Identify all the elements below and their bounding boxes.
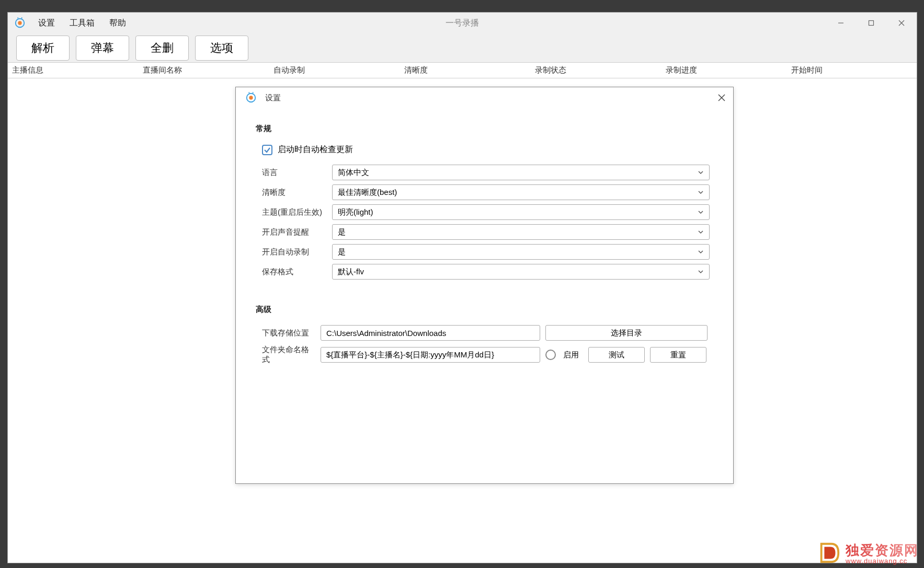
download-location-input[interactable] xyxy=(321,325,540,341)
toolbar: 解析 弹幕 全删 选项 xyxy=(8,33,917,63)
close-button[interactable] xyxy=(886,13,917,33)
quality-label: 清晰度 xyxy=(262,188,332,198)
dialog-body: 常规 启动时自动检查更新 语言 简体中文 清晰度 最佳清晰度(best) 主题(… xyxy=(236,108,733,365)
check-update-label: 启动时自动检查更新 xyxy=(278,144,353,155)
delete-all-button[interactable]: 全删 xyxy=(135,36,189,61)
chevron-down-icon xyxy=(698,228,704,237)
language-label: 语言 xyxy=(262,168,332,178)
check-update-checkbox[interactable] xyxy=(262,145,272,155)
main-menu: 设置 工具箱 帮助 xyxy=(31,15,133,32)
danmu-button[interactable]: 弹幕 xyxy=(76,36,129,61)
folder-format-input[interactable] xyxy=(321,347,540,363)
save-format-label: 保存格式 xyxy=(262,267,332,277)
watermark: 独爱资源网 www.duaiwang.cc xyxy=(812,538,924,568)
dialog-title: 设置 xyxy=(265,93,281,103)
col-quality[interactable]: 清晰度 xyxy=(400,63,531,78)
dialog-close-button[interactable] xyxy=(715,91,728,104)
menu-help[interactable]: 帮助 xyxy=(102,15,133,32)
dialog-icon xyxy=(245,92,257,103)
choose-directory-button[interactable]: 选择目录 xyxy=(545,325,708,341)
window-title: 一号录播 xyxy=(446,18,479,29)
settings-dialog: 设置 常规 启动时自动检查更新 语言 简体中文 清晰度 最佳清晰度(best) xyxy=(235,87,734,484)
sound-alert-value: 是 xyxy=(338,227,346,237)
watermark-text-cn: 独爱资源网 xyxy=(846,543,919,558)
reset-button[interactable]: 重置 xyxy=(650,347,706,363)
sound-alert-select[interactable]: 是 xyxy=(332,224,710,240)
section-advanced-title: 高级 xyxy=(256,305,713,315)
auto-record-value: 是 xyxy=(338,247,346,257)
check-update-row: 启动时自动检查更新 xyxy=(256,144,713,155)
window-controls xyxy=(826,13,917,33)
maximize-button[interactable] xyxy=(856,13,886,33)
quality-value: 最佳清晰度(best) xyxy=(338,188,397,198)
dialog-header: 设置 xyxy=(236,87,733,108)
col-auto-record[interactable]: 自动录制 xyxy=(269,63,400,78)
col-record-status[interactable]: 录制状态 xyxy=(531,63,661,78)
section-general-title: 常规 xyxy=(256,124,713,134)
save-format-select[interactable]: 默认-flv xyxy=(332,264,710,280)
chevron-down-icon xyxy=(698,168,704,177)
titlebar: 设置 工具箱 帮助 一号录播 xyxy=(8,13,917,33)
theme-value: 明亮(light) xyxy=(338,207,373,217)
col-room-name[interactable]: 直播间名称 xyxy=(139,63,269,78)
folder-format-label: 文件夹命名格式 xyxy=(262,345,315,365)
svg-point-1 xyxy=(18,21,21,25)
menu-settings[interactable]: 设置 xyxy=(31,15,62,32)
chevron-down-icon xyxy=(698,268,704,276)
svg-point-9 xyxy=(249,96,253,99)
parse-button[interactable]: 解析 xyxy=(16,36,70,61)
chevron-down-icon xyxy=(698,208,704,217)
sound-alert-label: 开启声音提醒 xyxy=(262,227,332,237)
svg-rect-5 xyxy=(869,21,874,26)
download-location-label: 下载存储位置 xyxy=(262,328,315,338)
chevron-down-icon xyxy=(698,188,704,197)
chevron-down-icon xyxy=(698,248,704,257)
theme-label: 主题(重启后生效) xyxy=(262,207,332,217)
col-start-time[interactable]: 开始时间 xyxy=(787,63,912,78)
menu-toolbox[interactable]: 工具箱 xyxy=(62,15,102,32)
enable-radio[interactable] xyxy=(545,350,556,360)
watermark-text-en: www.duaiwang.cc xyxy=(846,558,919,565)
auto-record-select[interactable]: 是 xyxy=(332,244,710,260)
save-format-value: 默认-flv xyxy=(338,267,364,277)
col-broadcaster-info[interactable]: 主播信息 xyxy=(8,63,139,78)
theme-select[interactable]: 明亮(light) xyxy=(332,204,710,220)
auto-record-label: 开启自动录制 xyxy=(262,247,332,257)
watermark-logo-icon xyxy=(817,541,841,567)
minimize-button[interactable] xyxy=(826,13,856,33)
language-value: 简体中文 xyxy=(338,168,369,178)
quality-select[interactable]: 最佳清晰度(best) xyxy=(332,184,710,200)
app-icon xyxy=(14,17,26,29)
language-select[interactable]: 简体中文 xyxy=(332,165,710,180)
options-button[interactable]: 选项 xyxy=(195,36,248,61)
enable-radio-label: 启用 xyxy=(563,350,579,360)
test-button[interactable]: 测试 xyxy=(588,347,645,363)
col-record-progress[interactable]: 录制进度 xyxy=(661,63,787,78)
table-header: 主播信息 直播间名称 自动录制 清晰度 录制状态 录制进度 开始时间 xyxy=(8,63,917,78)
